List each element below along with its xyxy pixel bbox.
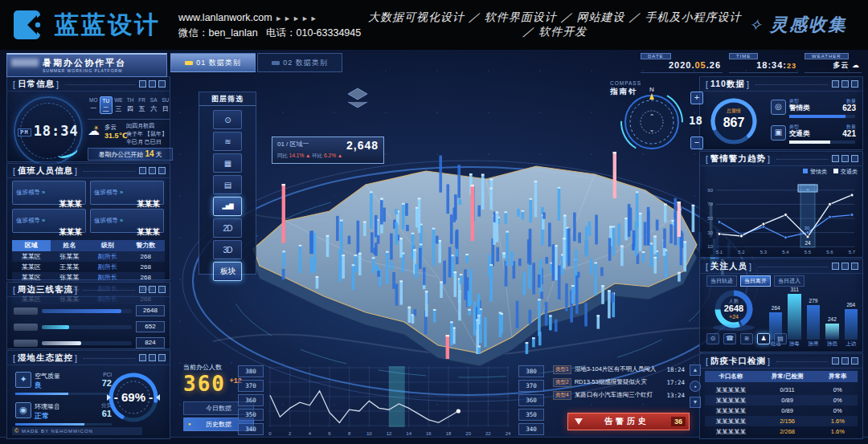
trend-chart: 9070503010⌄30245.15.25.35.45.55.65.7	[702, 175, 861, 255]
zoom-out-button[interactable]: −	[690, 136, 703, 149]
focus-bar: 242涉恐	[825, 324, 838, 340]
tab-data-category-02[interactable]: 02 数据类别	[257, 53, 342, 72]
inspiration-collect[interactable]: ✧ 灵感收集	[748, 13, 847, 37]
checkpoint-cell: 1.6%	[818, 426, 858, 437]
chart-layer[interactable]: ▂▅▇	[213, 197, 242, 216]
flow-bar	[42, 325, 69, 329]
alert-scrollbar[interactable]: ▲●▼	[690, 365, 701, 408]
weekday-sa[interactable]: SA六	[148, 96, 160, 114]
banner-count: 36	[671, 417, 686, 426]
checkpoint-row[interactable]: 某某某某某0/3110%	[705, 385, 858, 395]
panel-controls[interactable]	[832, 155, 858, 162]
checkpoint-row[interactable]: 某某某某某2/1561.6%	[705, 416, 858, 426]
focus-tab-2[interactable]: 当日进入	[774, 275, 805, 287]
data110-row: ◎类型警情类数量623	[771, 98, 858, 120]
yaxis-tick: 380	[518, 365, 544, 377]
panel-controls[interactable]	[139, 354, 166, 361]
time-box: TIME 18:34:23	[729, 53, 798, 73]
svg-text:- 69% -: - 69% -	[114, 390, 153, 404]
duty-card[interactable]: 值班领导 »某某某	[90, 181, 164, 205]
data110-row: ▣类型交通类数量421	[771, 124, 858, 146]
arrows-decoration: ►►►►►	[275, 14, 319, 22]
flow-row: 652	[14, 321, 165, 332]
duty-table-row[interactable]: 某某区张某某副所长268	[12, 251, 165, 262]
checkpoint-row[interactable]: 某某某某某2/2681.6%	[705, 426, 858, 437]
flow-bar	[42, 309, 121, 313]
flow-label-pill	[14, 340, 38, 347]
mode-block-label: 板块	[220, 266, 235, 277]
made-by-footer: MADE BY NEHOMMICON	[12, 427, 142, 435]
logo-text: 蓝蓝设计	[55, 9, 161, 42]
duty-cell: 副所长	[88, 262, 127, 272]
panel-title: 110数据	[710, 79, 745, 90]
camera-tool[interactable]: ⊙	[706, 333, 719, 344]
scroll-dot-icon: ●	[690, 381, 701, 392]
weekday-su[interactable]: SU日	[159, 96, 171, 114]
analog-clock: PM18:34	[14, 96, 83, 165]
panel-controls[interactable]	[139, 286, 166, 293]
signal-tool[interactable]: ≋	[740, 333, 753, 344]
panel-controls[interactable]	[139, 167, 166, 174]
list-layer[interactable]: ▤	[213, 175, 242, 194]
zoom-in-button[interactable]: +	[690, 92, 703, 104]
eco-gauge: - 69% -	[102, 369, 165, 426]
weekday-fr[interactable]: FR五	[136, 96, 148, 114]
yaxis-tick: 340	[238, 423, 264, 435]
flow-track	[42, 309, 132, 313]
signal-layer[interactable]: ≋	[213, 132, 242, 151]
duty-card[interactable]: 值班领导 »某某某	[12, 181, 86, 205]
checkpoint-row[interactable]: 某某某某某0/890%	[705, 395, 858, 405]
svg-text:⌄: ⌄	[649, 126, 655, 133]
checkpoint-row[interactable]: 某某某某某0/890%	[705, 405, 858, 416]
week-strip: MO一TU二WE三TH四FR五SA六SU日	[88, 96, 171, 114]
compass-dial[interactable]: N⌃⌄	[615, 85, 689, 159]
camera-layer[interactable]: ⊙	[213, 110, 242, 129]
traffic-icon: ▣	[771, 125, 786, 141]
checkpoint-cell: 0/89	[757, 395, 818, 405]
alert-row[interactable]: 类型4某路口有小汽车连闯三个红灯13:24	[553, 389, 685, 401]
mode-3d[interactable]: 3D	[213, 240, 242, 259]
yaxis-boxes-left: 380370360350340	[238, 365, 264, 438]
checkpoint-col-header: 卡口名称	[705, 371, 757, 382]
panel-daily-info: [日常信息] PM18:34 MO一TU二WE三TH四FR五SA六SU日 ☁☀ …	[6, 76, 170, 162]
alert-row[interactable]: 类型2RD13-53烟感报警疑似火灾17:24	[553, 376, 685, 389]
weekday-mo[interactable]: MO一	[88, 96, 100, 114]
building-layer[interactable]: ▦	[213, 153, 242, 173]
alert-history-banner[interactable]: 告警历史 36	[567, 413, 690, 430]
collect-label: 灵感收集	[770, 13, 847, 37]
phone-tool[interactable]: ☎	[723, 333, 736, 344]
svg-text:5.2: 5.2	[738, 250, 745, 255]
svg-text:5.4: 5.4	[782, 250, 789, 255]
svg-text:0: 0	[268, 431, 272, 436]
weekday-th[interactable]: TH四	[125, 96, 137, 114]
card-tool[interactable]: ▤	[774, 333, 787, 344]
duty-card[interactable]: 值班领导 »某某某	[12, 209, 86, 233]
weekday-we[interactable]: WE三	[113, 96, 125, 114]
duty-table-row[interactable]: 某某区王某某副所长268	[12, 262, 165, 272]
panel-controls[interactable]	[832, 357, 858, 365]
duty-card[interactable]: 值班领导 »某某某	[90, 209, 164, 233]
focus-tools: ⊙☎≋♟▤	[706, 333, 787, 344]
weekday-tu[interactable]: TU二	[100, 96, 113, 114]
panel-controls[interactable]	[832, 263, 858, 270]
flow-value: 2648	[136, 305, 165, 316]
leaf-icon: ✦	[15, 372, 31, 388]
website-link[interactable]: www.lanlanwork.com	[178, 12, 272, 23]
panel-controls[interactable]	[139, 80, 166, 88]
yaxis-tick: 370	[518, 380, 544, 392]
layer-filter-panel: 图层筛选 ⊙≋▦▤▂▅▇2D3D板块	[199, 92, 256, 275]
person-tool[interactable]: ♟	[757, 333, 770, 344]
svg-text:⌄: ⌄	[805, 186, 809, 191]
mode-2d[interactable]: 2D	[213, 218, 242, 238]
panel-controls[interactable]	[832, 80, 858, 88]
mode-block[interactable]: 板块	[213, 262, 242, 281]
tab-label: 02 数据类别	[283, 58, 328, 68]
panel-alarm-trend: [警情警力趋势] 警情类交通类 9070503010⌄30245.15.25.3…	[699, 151, 863, 258]
tab-data-category-01[interactable]: 01 数据类别	[170, 53, 256, 72]
panel-title: 警情警力趋势	[710, 153, 766, 165]
wechat-value: ben_lanlan	[209, 27, 258, 39]
svg-text:50: 50	[707, 216, 713, 221]
lunar-line: 辛巳月 己巳日	[126, 138, 167, 146]
svg-text:70: 70	[707, 202, 713, 206]
alert-row[interactable]: 类型1湿地3-104片区有不明人员闯入18:24	[553, 363, 685, 376]
